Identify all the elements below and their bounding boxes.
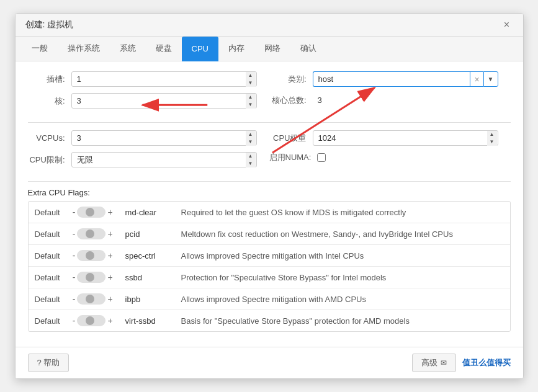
- toggle-track-2[interactable]: [77, 250, 105, 261]
- flag-name-5: virt-ssbd: [119, 310, 175, 332]
- cpu-weight-spinners: ▲ ▼: [487, 131, 497, 146]
- vcpus-label: VCPUs:: [28, 133, 71, 143]
- cpu-limit-input-wrap: ▲ ▼: [71, 152, 257, 167]
- vcpus-input[interactable]: [71, 130, 257, 146]
- category-select-wrap: × ▼: [313, 71, 498, 87]
- advanced-label: 高级: [421, 357, 437, 368]
- core-spinner-down[interactable]: ▼: [246, 101, 256, 109]
- flag-default-2: Default: [29, 245, 66, 267]
- create-vm-dialog: 创建: 虚拟机 × 一般 操作系统 系统 硬盘 CPU 内存 网络 确认 插槽:: [15, 13, 524, 379]
- core-label: 核:: [28, 96, 71, 107]
- flag-desc-1: Meltdown fix cost reduction on Westmere,…: [175, 223, 510, 245]
- vcpus-spinner-up[interactable]: ▲: [246, 131, 256, 138]
- tab-general[interactable]: 一般: [22, 37, 58, 61]
- slot-label: 插槽:: [28, 74, 71, 85]
- form-col-right: 类别: × ▼ 核心总数: 3: [269, 71, 511, 115]
- form-section-top: 插槽: ▲ ▼ 核: ▲: [28, 71, 511, 123]
- toggle-dot-3: [86, 273, 94, 282]
- toggle-minus-2[interactable]: -: [73, 251, 76, 261]
- toggle-track-4[interactable]: [77, 293, 105, 305]
- cpu-limit-input[interactable]: [71, 152, 257, 167]
- toggle-track-3[interactable]: [77, 272, 105, 283]
- core-spinners: ▲ ▼: [246, 94, 256, 109]
- table-row: Default - + virt-ssbd: [29, 310, 510, 332]
- toggle-track-0[interactable]: [77, 207, 105, 218]
- slot-input-wrap: ▲ ▼: [71, 71, 257, 87]
- flag-desc-0: Required to let the guest OS know if MDS…: [175, 202, 510, 223]
- slot-row: 插槽: ▲ ▼: [28, 71, 269, 87]
- numa-checkbox[interactable]: [317, 153, 326, 162]
- toggle-plus-2[interactable]: +: [107, 251, 112, 261]
- toggle-plus-4[interactable]: +: [107, 294, 112, 304]
- core-input[interactable]: [71, 93, 257, 109]
- tab-cpu[interactable]: CPU: [182, 37, 218, 61]
- tab-network[interactable]: 网络: [254, 37, 290, 61]
- total-cores-row: 核心总数: 3: [269, 93, 511, 107]
- dialog-header: 创建: 虚拟机 ×: [16, 14, 523, 37]
- slot-spinner-up[interactable]: ▲: [246, 72, 256, 79]
- category-input[interactable]: [313, 71, 470, 87]
- flag-name-3: ssbd: [119, 267, 175, 288]
- core-spinner-up[interactable]: ▲: [246, 94, 256, 101]
- close-button[interactable]: ×: [501, 19, 513, 31]
- slot-spinner-down[interactable]: ▼: [246, 79, 256, 87]
- toggle-minus-5[interactable]: -: [73, 316, 76, 326]
- category-dropdown-button[interactable]: ▼: [483, 71, 498, 87]
- flag-name-4: ibpb: [119, 288, 175, 310]
- cpu-limit-spinner-down[interactable]: ▼: [246, 160, 256, 167]
- toggle-plus-5[interactable]: +: [107, 316, 112, 326]
- flags-table-wrap[interactable]: Default - + md-clear: [28, 201, 511, 332]
- tab-os[interactable]: 操作系统: [58, 37, 110, 61]
- toggle-control-1: - +: [73, 228, 113, 239]
- toggle-minus-4[interactable]: -: [73, 294, 76, 304]
- cpu-limit-spinner-up[interactable]: ▲: [246, 153, 256, 160]
- help-button[interactable]: ? 帮助: [28, 354, 69, 372]
- numa-checkbox-wrap: [317, 153, 326, 162]
- flag-toggle-3: - +: [66, 267, 119, 288]
- vcpus-spinner-down[interactable]: ▼: [246, 138, 256, 146]
- core-row: 核: ▲ ▼: [28, 93, 269, 109]
- numa-row: 启用NUMA:: [269, 152, 511, 163]
- cpu-weight-spinner-down[interactable]: ▼: [487, 138, 497, 146]
- category-clear-button[interactable]: ×: [470, 71, 483, 87]
- tab-confirm[interactable]: 确认: [290, 37, 326, 61]
- flag-toggle-4: - +: [66, 288, 119, 310]
- toggle-plus-1[interactable]: +: [107, 229, 112, 239]
- tab-disk[interactable]: 硬盘: [146, 37, 182, 61]
- slot-input[interactable]: [71, 71, 257, 87]
- flag-default-4: Default: [29, 288, 66, 310]
- toggle-plus-0[interactable]: +: [107, 207, 112, 217]
- form-col-left: 插槽: ▲ ▼ 核: ▲: [28, 71, 269, 115]
- vcpus-input-wrap: ▲ ▼: [71, 130, 257, 146]
- toggle-track-5[interactable]: [77, 315, 105, 326]
- tab-memory[interactable]: 内存: [218, 37, 254, 61]
- flag-default-3: Default: [29, 267, 66, 288]
- total-cores-value: 3: [313, 93, 327, 107]
- toggle-track-1[interactable]: [77, 228, 105, 239]
- advanced-button[interactable]: 高级 ✉: [412, 354, 456, 372]
- email-icon: ✉: [441, 359, 447, 367]
- slot-spinners: ▲ ▼: [246, 72, 256, 87]
- toggle-minus-1[interactable]: -: [73, 229, 76, 239]
- flag-name-1: pcid: [119, 223, 175, 245]
- tab-system[interactable]: 系统: [110, 37, 146, 61]
- footer-right: 高级 ✉ 值丑么值得买: [412, 354, 511, 372]
- flag-desc-5: Basis for "Speculative Store Bypass" pro…: [175, 310, 510, 332]
- watermark: 值丑么值得买: [462, 357, 511, 368]
- flag-name-2: spec-ctrl: [119, 245, 175, 267]
- toggle-minus-3[interactable]: -: [73, 272, 76, 282]
- toggle-plus-3[interactable]: +: [107, 272, 112, 282]
- vcpus-row: VCPUs: ▲ ▼: [28, 130, 269, 146]
- toggle-minus-0[interactable]: -: [73, 207, 76, 217]
- flag-name-0: md-clear: [119, 202, 175, 223]
- flag-toggle-1: - +: [66, 223, 119, 245]
- vcpus-spinners: ▲ ▼: [246, 131, 256, 146]
- form-col-right-2: CPU权重 ▲ ▼ 启用NUMA:: [269, 130, 511, 174]
- toggle-dot-0: [86, 208, 94, 216]
- cpu-weight-input[interactable]: [313, 130, 498, 146]
- cpu-weight-spinner-up[interactable]: ▲: [487, 131, 497, 138]
- toggle-dot-2: [86, 251, 94, 260]
- toggle-dot-1: [86, 229, 94, 238]
- flag-desc-2: Allows improved Spectre mitigation with …: [175, 245, 510, 267]
- table-row: Default - + ssbd: [29, 267, 510, 288]
